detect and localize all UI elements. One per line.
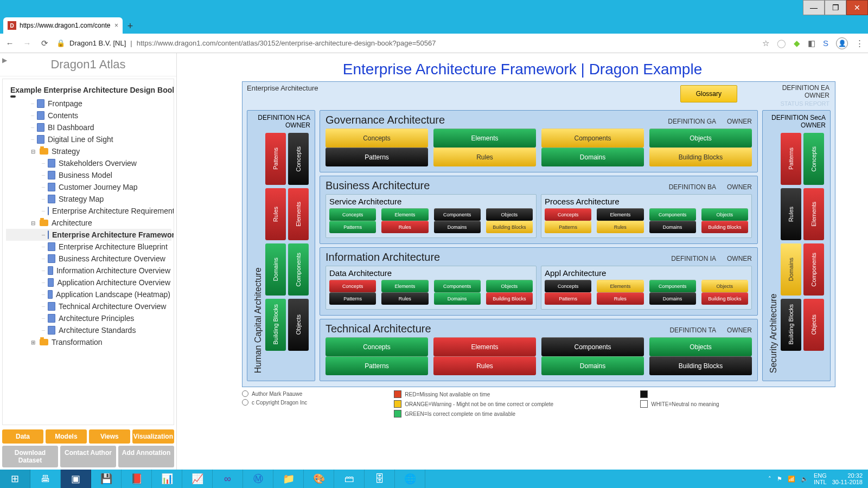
arch-pill[interactable]: Concepts [288,133,309,185]
arch-button[interactable]: Concepts [326,337,428,356]
window-close-button[interactable]: ✕ [846,0,868,15]
arch-button[interactable]: Building Blocks [649,356,752,375]
extension-icon[interactable]: S [823,38,828,48]
sidebar-action-button[interactable]: Data [2,429,43,444]
expander-icon[interactable]: ⊟ [31,220,36,226]
sidebar-action-button[interactable]: Contact Author [60,446,116,467]
taskbar-app-icon[interactable]: 📈 [182,470,213,488]
arch-button[interactable]: Objects [486,280,533,292]
tree-page[interactable]: ┈Customer Journey Map [6,181,171,193]
tray-network-icon[interactable]: 📶 [788,476,795,483]
arch-pill[interactable]: Concepts [803,133,824,185]
arch-button[interactable]: Patterns [329,292,376,305]
tree-page[interactable]: ┈Architecture Standards [6,324,171,336]
arch-button[interactable]: Domains [649,292,696,305]
arch-button[interactable]: Patterns [545,292,591,305]
arch-button[interactable]: Components [541,129,644,147]
arch-button[interactable]: Domains [541,147,644,166]
arch-button[interactable]: Patterns [326,356,428,375]
taskbar-app-icon[interactable]: ∞ [213,470,243,488]
arch-pill[interactable]: Objects [288,299,309,351]
arch-button[interactable]: Building Blocks [649,147,752,166]
taskbar-app-icon[interactable]: 📕 [122,470,152,488]
arch-button[interactable]: Components [649,208,696,221]
system-tray[interactable]: ˄ ⚑ 📶 🔈 ENGINTL 20:3230-11-2018 [763,470,868,488]
arch-button[interactable]: Components [434,208,481,221]
tree-page[interactable]: ┈Business Model [6,169,171,181]
tab-close-icon[interactable]: × [114,22,118,29]
tree-page[interactable]: ┈Frontpage [6,98,171,110]
tray-volume-icon[interactable]: 🔈 [801,476,808,483]
arch-button[interactable]: Concepts [545,208,591,221]
arch-pill[interactable]: Elements [803,188,824,240]
arch-button[interactable]: Elements [381,208,428,221]
arch-button[interactable]: Patterns [329,221,376,233]
tree-page[interactable]: ┈Strategy Map [6,193,171,205]
tree-page[interactable]: ┈Enterprise Architecture Blueprint [6,241,171,253]
sidebar-action-button[interactable]: Views [89,429,130,444]
taskbar-app-icon[interactable]: 🗄 [365,470,395,488]
arch-button[interactable]: Components [649,280,696,292]
arch-button[interactable]: Objects [649,337,752,356]
arch-button[interactable]: Rules [433,356,536,375]
arch-button[interactable]: Domains [434,292,481,305]
arch-button[interactable]: Patterns [326,147,428,166]
tree-page[interactable]: ┈Contents [6,110,171,121]
browser-tab[interactable]: D https://www.dragon1.com/conte × [3,17,123,34]
taskbar-app-icon[interactable]: Ⓜ [243,470,273,488]
tray-chevron-icon[interactable]: ˄ [768,476,771,483]
arch-pill[interactable]: Objects [803,299,824,351]
taskbar-app-icon[interactable]: 🖶 [30,470,61,488]
arch-button[interactable]: Building Blocks [701,221,748,233]
sidebar-action-button[interactable]: Visualization [132,429,174,444]
book-root[interactable]: Example Enterprise Architecture Design B… [6,82,171,98]
taskbar-app-icon[interactable]: ▣ [61,470,91,488]
arch-button[interactable]: Elements [381,280,428,292]
arch-button[interactable]: Components [541,337,644,356]
start-button[interactable]: ⊞ [0,470,30,488]
tree-folder[interactable]: ⊟Strategy [6,145,171,157]
arch-button[interactable]: Objects [701,208,748,221]
arch-button[interactable]: Elements [597,208,643,221]
arch-button[interactable]: Elements [433,337,536,356]
arch-pill[interactable]: Rules [781,188,801,240]
tree-folder[interactable]: ⊟Architecture [6,217,171,229]
arch-button[interactable]: Building Blocks [701,292,748,305]
nav-back-icon[interactable]: ← [4,38,15,48]
tree-page[interactable]: ┈Technical Architecture Overview [6,300,171,312]
arch-pill[interactable]: Components [288,243,309,296]
arch-button[interactable]: Objects [486,208,533,221]
taskbar-app-icon[interactable]: 📊 [152,470,182,488]
tray-flag-icon[interactable]: ⚑ [777,476,782,483]
security-column[interactable]: DEFINITION SecAOWNER Security Architectu… [762,110,831,381]
nav-reload-icon[interactable]: ⟳ [39,38,50,48]
taskbar-app-icon[interactable]: 🌐 [395,470,425,488]
window-maximize-button[interactable]: ❐ [825,0,846,15]
tree-page[interactable]: ┈Stakeholders Overview [6,157,171,169]
new-tab-button[interactable]: + [123,18,138,34]
arch-pill[interactable]: Elements [288,188,309,240]
arch-button[interactable]: Rules [597,292,643,305]
arch-pill[interactable]: Domains [265,243,286,296]
taskbar-app-icon[interactable]: 📁 [273,470,304,488]
arch-button[interactable]: Concepts [326,129,428,147]
arch-button[interactable]: Concepts [545,280,591,292]
nav-forward-icon[interactable]: → [22,38,33,48]
arch-button[interactable]: Rules [381,221,428,233]
tree-page[interactable]: ┈Application Architecture Overview [6,277,171,288]
extension-icon[interactable]: ◧ [808,38,815,48]
arch-button[interactable]: Concepts [329,208,376,221]
arch-pill[interactable]: Building Blocks [781,299,801,351]
glossary-button[interactable]: Glossary [680,85,737,102]
window-minimize-button[interactable]: — [803,0,825,15]
arch-button[interactable]: Elements [597,280,643,292]
tree-page[interactable]: ┈Information Architecture Overview [6,265,171,277]
arch-button[interactable]: Rules [433,147,536,166]
tree-folder[interactable]: ⊞Transformation [6,336,171,348]
profile-avatar-icon[interactable]: 👤 [836,37,848,49]
taskbar-app-icon[interactable]: 💾 [91,470,122,488]
arch-button[interactable]: Domains [649,221,696,233]
arch-button[interactable]: Domains [434,221,481,233]
arch-button[interactable]: Rules [381,292,428,305]
arch-pill[interactable]: Components [803,243,824,296]
